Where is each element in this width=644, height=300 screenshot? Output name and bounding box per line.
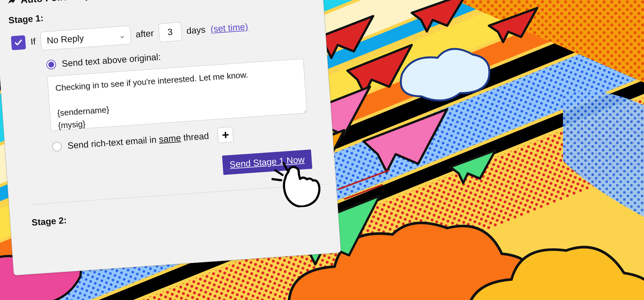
- followup-text-input[interactable]: [47, 58, 307, 131]
- add-button[interactable]: +: [217, 127, 234, 143]
- chevron-down-icon: ⌄: [118, 31, 125, 40]
- radio-send-above[interactable]: [46, 59, 56, 70]
- days-input[interactable]: [158, 22, 182, 42]
- radio-send-above-label: Send text above original:: [61, 52, 161, 69]
- after-label: after: [135, 28, 154, 40]
- enable-stage-checkbox[interactable]: [11, 35, 26, 50]
- svg-line-24: [275, 170, 282, 175]
- radio-rich-text-label: Send rich-text email in same thread: [67, 131, 209, 151]
- condition-select[interactable]: No Reply ⌄: [40, 26, 131, 50]
- cursor-hand-icon: [267, 154, 322, 209]
- radio-rich-text[interactable]: [52, 141, 62, 152]
- reply-arrow-icon: [7, 0, 16, 5]
- days-label: days: [186, 24, 206, 36]
- auto-followup-panel: ⌄ Auto Follow-up Stage 1: If No Reply ⌄ …: [0, 0, 341, 276]
- svg-line-26: [283, 163, 287, 171]
- panel-title: Auto Follow-up: [20, 0, 91, 5]
- set-time-link[interactable]: (set time): [210, 22, 248, 34]
- svg-line-25: [272, 179, 281, 181]
- if-label: If: [30, 36, 36, 47]
- condition-select-value: No Reply: [46, 33, 84, 46]
- plus-icon: +: [222, 128, 230, 142]
